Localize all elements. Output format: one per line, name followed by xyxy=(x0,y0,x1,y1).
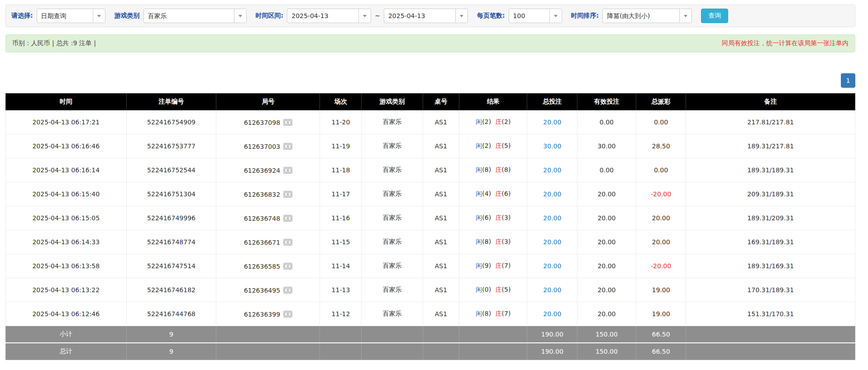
date-from-select[interactable]: 2025-04-13 xyxy=(287,9,371,23)
cell-valid-bet: 20.00 xyxy=(577,182,636,206)
cell-remark: 170.31/189.31 xyxy=(686,278,855,302)
cell-total-bet: 20.00 xyxy=(527,206,577,230)
cell-time: 2025-04-13 06:13:58 xyxy=(6,254,127,278)
cell-time: 2025-04-13 06:16:14 xyxy=(6,158,127,182)
cell-total-bet: 20.00 xyxy=(527,110,577,134)
total-bet-link[interactable]: 20.00 xyxy=(543,119,561,126)
date-to-select[interactable]: 2025-04-13 xyxy=(384,9,468,23)
cell-valid-bet: 30.00 xyxy=(577,134,636,158)
round-number: 612636671 xyxy=(244,239,280,246)
cell-total-bet: 20.00 xyxy=(527,230,577,254)
chevron-down-icon xyxy=(455,9,467,23)
game-type-value: 百家乐 xyxy=(144,9,234,23)
cell-remark: 151.31/170.31 xyxy=(686,302,855,326)
player-label: 闲 xyxy=(476,166,482,173)
empty-cell xyxy=(216,343,320,360)
total-bet-link[interactable]: 20.00 xyxy=(543,262,561,270)
cell-session: 11-14 xyxy=(320,254,362,278)
banker-label: 庄 xyxy=(496,238,502,245)
empty-cell xyxy=(686,326,855,343)
banker-result: 庄(5) xyxy=(496,286,511,293)
cards-icon[interactable] xyxy=(283,191,292,198)
cell-payout: 28.50 xyxy=(636,134,686,158)
game-type-select[interactable]: 百家乐 xyxy=(143,9,247,23)
cell-valid-bet: 0.00 xyxy=(577,158,636,182)
total-bet-link[interactable]: 20.00 xyxy=(543,286,561,294)
cell-result: 闲(0) 庄(5) xyxy=(459,278,527,302)
player-label: 闲 xyxy=(476,214,482,221)
table-row: 2025-04-13 06:15:40 522416751304 6126368… xyxy=(6,182,855,206)
round-number: 612637098 xyxy=(244,119,280,126)
range-separator: ~ xyxy=(375,12,380,19)
header-valid-bet: 有效投注 xyxy=(577,94,636,110)
valid-bet-notice: 同局有效投注，统一计算在该局第一张注单内 xyxy=(722,39,849,47)
banker-value: (2) xyxy=(502,118,511,125)
player-result: 闲(2) xyxy=(476,118,491,125)
cell-game-type: 百家乐 xyxy=(362,302,423,326)
player-value: (6) xyxy=(482,214,491,221)
cell-game-type: 百家乐 xyxy=(362,134,423,158)
cell-round-number: 612636585 xyxy=(216,254,320,278)
banker-label: 庄 xyxy=(496,118,502,125)
player-value: (8) xyxy=(482,310,491,317)
banker-label: 庄 xyxy=(496,262,502,269)
cell-round-number: 612636495 xyxy=(216,278,320,302)
cards-icon[interactable] xyxy=(283,215,292,222)
cards-icon[interactable] xyxy=(283,311,292,318)
page-size-select[interactable]: 100 xyxy=(509,9,562,23)
cell-remark: 189.31/217.81 xyxy=(686,134,855,158)
banker-label: 庄 xyxy=(496,286,502,293)
total-bet-link[interactable]: 20.00 xyxy=(543,166,561,174)
page-button-1[interactable]: 1 xyxy=(841,73,855,88)
cell-remark: 209.31/189.31 xyxy=(686,182,855,206)
cell-table-number: AS1 xyxy=(423,206,459,230)
cards-icon[interactable] xyxy=(283,239,292,246)
banker-value: (7) xyxy=(502,310,511,317)
cards-icon[interactable] xyxy=(283,119,292,126)
player-label: 闲 xyxy=(476,238,482,245)
time-range-label: 时间区间: xyxy=(256,12,284,20)
cards-icon[interactable] xyxy=(283,167,292,174)
cell-table-number: AS1 xyxy=(423,278,459,302)
cards-icon[interactable] xyxy=(283,263,292,270)
cell-session: 11-18 xyxy=(320,158,362,182)
cell-valid-bet: 20.00 xyxy=(577,254,636,278)
header-game-type: 游戏类别 xyxy=(362,94,423,110)
header-time: 时间 xyxy=(6,94,127,110)
table-row: 2025-04-13 06:16:14 522416752544 6126369… xyxy=(6,158,855,182)
cell-table-number: AS1 xyxy=(423,158,459,182)
sort-order-value: 降冪(由大到小) xyxy=(603,9,679,23)
player-label: 闲 xyxy=(476,118,482,125)
banker-label: 庄 xyxy=(496,142,502,149)
cell-session: 11-12 xyxy=(320,302,362,326)
cards-icon[interactable] xyxy=(283,143,292,150)
sort-order-select[interactable]: 降冪(由大到小) xyxy=(602,9,692,23)
cell-round-number: 612636748 xyxy=(216,206,320,230)
table-row: 2025-04-13 06:13:22 522416746182 6126364… xyxy=(6,278,855,302)
empty-cell xyxy=(459,343,527,360)
cards-icon[interactable] xyxy=(283,287,292,294)
query-type-select[interactable]: 日期查询 xyxy=(37,9,105,23)
cell-remark: 217.81/217.81 xyxy=(686,110,855,134)
total-bet-link[interactable]: 20.00 xyxy=(543,190,561,198)
cell-round-number: 612636924 xyxy=(216,158,320,182)
cell-valid-bet: 20.00 xyxy=(577,230,636,254)
banker-label: 庄 xyxy=(496,190,502,197)
cell-session: 11-20 xyxy=(320,110,362,134)
game-type-label: 游戏类别 xyxy=(114,12,140,20)
total-bet-link[interactable]: 20.00 xyxy=(543,310,561,318)
cell-session: 11-16 xyxy=(320,206,362,230)
cell-total-bet: 20.00 xyxy=(527,182,577,206)
total-bet-link[interactable]: 30.00 xyxy=(543,142,561,150)
query-button[interactable]: 查询 xyxy=(701,9,728,23)
total-bet-link[interactable]: 20.00 xyxy=(543,214,561,222)
player-label: 闲 xyxy=(476,142,482,149)
cell-bet-number: 522416748774 xyxy=(126,230,216,254)
total-bet-link[interactable]: 20.00 xyxy=(543,238,561,246)
player-value: (4) xyxy=(482,190,491,197)
player-value: (8) xyxy=(482,238,491,245)
grand-total-payout: 66.50 xyxy=(636,343,686,360)
table-row: 2025-04-13 06:15:05 522416749996 6126367… xyxy=(6,206,855,230)
cell-bet-number: 522416747514 xyxy=(126,254,216,278)
banker-result: 庄(3) xyxy=(496,214,511,221)
